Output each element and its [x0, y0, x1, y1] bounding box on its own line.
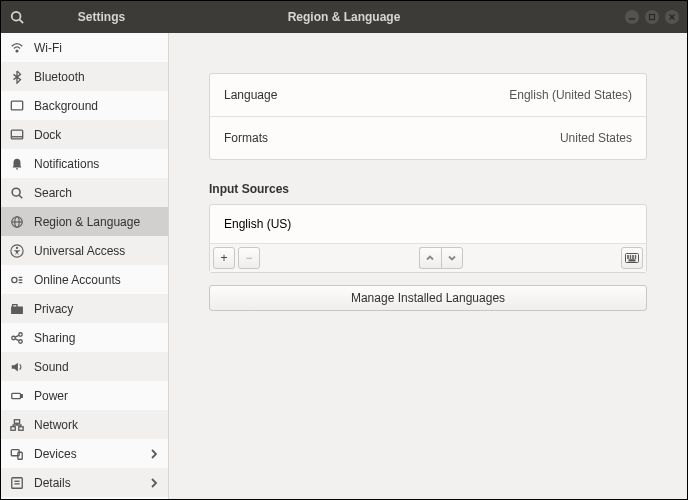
- bell-icon: [10, 157, 24, 171]
- svg-point-42: [630, 257, 631, 258]
- svg-rect-29: [19, 426, 23, 430]
- svg-point-38: [630, 255, 631, 256]
- main: Wi-Fi Bluetooth Background Dock Notifica…: [1, 33, 687, 499]
- svg-line-23: [15, 335, 19, 337]
- sound-icon: [10, 360, 24, 374]
- input-sources-toolbar: + −: [210, 243, 646, 272]
- sidebar-item-power[interactable]: Power: [1, 381, 168, 410]
- sidebar-item-search[interactable]: Search: [1, 178, 168, 207]
- sidebar-item-label: Privacy: [34, 302, 159, 316]
- sidebar-item-label: Network: [34, 418, 159, 432]
- svg-point-10: [16, 167, 18, 169]
- svg-rect-8: [11, 130, 22, 139]
- svg-rect-7: [11, 101, 22, 110]
- svg-point-41: [627, 257, 628, 258]
- svg-point-37: [627, 255, 628, 256]
- add-input-source-button[interactable]: +: [213, 247, 235, 269]
- svg-line-1: [20, 20, 24, 24]
- search-icon: [10, 186, 24, 200]
- svg-point-0: [12, 12, 21, 21]
- chevron-right-icon: [149, 449, 159, 459]
- bluetooth-icon: [10, 70, 24, 84]
- devices-icon: [10, 447, 24, 461]
- sidebar-item-sound[interactable]: Sound: [1, 352, 168, 381]
- svg-point-11: [12, 188, 20, 196]
- sidebar-item-notifications[interactable]: Notifications: [1, 149, 168, 178]
- keyboard-layout-button[interactable]: [621, 247, 643, 269]
- sidebar-item-background[interactable]: Background: [1, 91, 168, 120]
- svg-rect-32: [12, 477, 23, 488]
- sidebar-item-label: Dock: [34, 128, 159, 142]
- plus-icon: +: [220, 251, 227, 265]
- sidebar-item-label: Bluetooth: [34, 70, 159, 84]
- share-icon: [10, 331, 24, 345]
- manage-languages-button[interactable]: Manage Installed Languages: [209, 285, 647, 311]
- svg-point-6: [16, 50, 18, 52]
- sidebar-item-label: Universal Access: [34, 244, 159, 258]
- sidebar-item-label: Details: [34, 476, 139, 490]
- sidebar-item-label: Region & Language: [34, 215, 159, 229]
- sidebar-item-label: Sharing: [34, 331, 159, 345]
- window-controls: [625, 10, 679, 24]
- online-accounts-icon: [10, 273, 24, 287]
- svg-point-43: [632, 257, 633, 258]
- sidebar-item-label: Online Accounts: [34, 273, 159, 287]
- background-icon: [10, 99, 24, 113]
- sidebar-item-label: Background: [34, 99, 159, 113]
- sidebar-item-online-accounts[interactable]: Online Accounts: [1, 265, 168, 294]
- svg-point-40: [635, 255, 636, 256]
- svg-rect-3: [650, 15, 655, 20]
- sidebar-item-region-language[interactable]: Region & Language: [1, 207, 168, 236]
- sidebar-item-sharing[interactable]: Sharing: [1, 323, 168, 352]
- svg-point-18: [12, 277, 17, 282]
- titlebar-left: Settings: [1, 10, 169, 24]
- power-icon: [10, 389, 24, 403]
- svg-point-20: [12, 336, 16, 340]
- language-formats-card: Language English (United States) Formats…: [209, 73, 647, 160]
- sidebar-item-label: Sound: [34, 360, 159, 374]
- move-up-button[interactable]: [419, 247, 441, 269]
- sidebar-item-dock[interactable]: Dock: [1, 120, 168, 149]
- search-button[interactable]: [1, 10, 33, 24]
- minimize-button[interactable]: [625, 10, 639, 24]
- sidebar: Wi-Fi Bluetooth Background Dock Notifica…: [1, 33, 169, 499]
- remove-input-source-button[interactable]: −: [238, 247, 260, 269]
- titlebar: Settings Region & Language: [1, 1, 687, 33]
- globe-icon: [10, 215, 24, 229]
- svg-rect-28: [11, 426, 15, 430]
- sidebar-item-details[interactable]: Details: [1, 468, 168, 497]
- sidebar-item-wifi[interactable]: Wi-Fi: [1, 33, 168, 62]
- language-row[interactable]: Language English (United States): [210, 74, 646, 116]
- input-sources-heading: Input Sources: [209, 182, 647, 196]
- svg-point-17: [16, 246, 18, 248]
- reorder-buttons: [419, 247, 463, 269]
- sidebar-item-devices[interactable]: Devices: [1, 439, 168, 468]
- svg-rect-25: [12, 393, 21, 398]
- svg-rect-26: [21, 394, 22, 397]
- svg-point-39: [632, 255, 633, 256]
- close-button[interactable]: [665, 10, 679, 24]
- move-down-button[interactable]: [441, 247, 463, 269]
- svg-rect-45: [629, 260, 635, 261]
- wifi-icon: [10, 41, 24, 55]
- chevron-up-icon: [425, 253, 435, 263]
- sidebar-item-network[interactable]: Network: [1, 410, 168, 439]
- input-source-item[interactable]: English (US): [210, 205, 646, 243]
- settings-title: Settings: [34, 10, 169, 24]
- sidebar-item-privacy[interactable]: Privacy: [1, 294, 168, 323]
- svg-point-21: [19, 332, 23, 336]
- minus-icon: −: [245, 251, 252, 265]
- keyboard-icon: [625, 253, 639, 263]
- sidebar-item-bluetooth[interactable]: Bluetooth: [1, 62, 168, 91]
- sidebar-item-label: Search: [34, 186, 159, 200]
- sidebar-item-label: Devices: [34, 447, 139, 461]
- privacy-icon: [10, 302, 24, 316]
- dock-icon: [10, 128, 24, 142]
- formats-row[interactable]: Formats United States: [210, 116, 646, 159]
- maximize-button[interactable]: [645, 10, 659, 24]
- formats-value: United States: [560, 131, 632, 145]
- sidebar-item-universal-access[interactable]: Universal Access: [1, 236, 168, 265]
- svg-line-12: [19, 195, 22, 198]
- svg-rect-27: [14, 419, 19, 423]
- svg-rect-19: [12, 307, 23, 313]
